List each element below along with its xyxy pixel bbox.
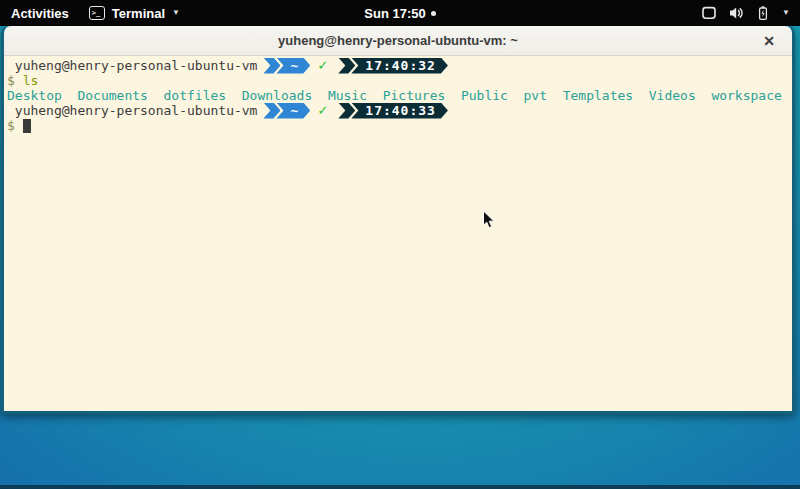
directory-entry: Pictures — [383, 88, 446, 103]
system-status-area[interactable]: ▼ — [701, 5, 800, 21]
display-icon — [701, 5, 717, 21]
input-line[interactable]: $ — [7, 118, 792, 133]
prompt-cwd: ~ — [276, 58, 310, 74]
directory-entry: dotfiles — [164, 88, 227, 103]
powerline-arrow-icon — [263, 103, 280, 119]
prompt-time: 17:40:33 — [351, 103, 448, 119]
powerline-arrow-icon — [263, 58, 280, 74]
app-menu-label: Terminal — [112, 6, 165, 21]
prompt-cwd: ~ — [276, 103, 310, 119]
app-menu-terminal[interactable]: >_ Terminal ▼ — [89, 6, 180, 21]
ls-output-line: DesktopDocumentsdotfilesDownloadsMusicPi… — [7, 88, 792, 103]
directory-entry: Public — [461, 88, 508, 103]
activities-button[interactable]: Activities — [9, 6, 71, 21]
prompt-user-host: yuheng@henry-personal-ubuntu-vm — [15, 103, 258, 118]
terminal-window: yuheng@henry-personal-ubuntu-vm: ~ ✕ yuh… — [1, 26, 795, 414]
screen-bottom-edge — [0, 485, 800, 489]
powerline-arrow-icon — [338, 103, 355, 119]
mouse-cursor-icon — [482, 210, 495, 234]
terminal-app-icon: >_ — [89, 6, 105, 20]
status-check-icon: ✓ — [318, 58, 327, 73]
prompt-symbol: $ — [7, 73, 15, 88]
prompt-time: 17:40:32 — [351, 58, 448, 74]
close-button[interactable]: ✕ — [756, 26, 782, 56]
prompt-symbol: $ — [7, 118, 15, 133]
directory-entry: Videos — [649, 88, 696, 103]
chevron-down-icon: ▼ — [782, 9, 790, 17]
top-bar-left: Activities >_ Terminal ▼ — [0, 6, 180, 21]
top-bar: Activities >_ Terminal ▼ Sun 17:50 — [0, 0, 800, 26]
command-line: $ ls — [7, 73, 792, 88]
prompt-line-2: yuheng@henry-personal-ubuntu-vm ~ ✓ 17:4… — [7, 103, 792, 118]
prompt-user-host: yuheng@henry-personal-ubuntu-vm — [15, 58, 258, 73]
prompt-line-1: yuheng@henry-personal-ubuntu-vm ~ ✓ 17:4… — [7, 58, 792, 73]
chevron-down-icon: ▼ — [172, 9, 180, 17]
prompt-time-segment: 17:40:33 — [338, 103, 448, 119]
terminal-content[interactable]: yuheng@henry-personal-ubuntu-vm ~ ✓ 17:4… — [4, 56, 792, 411]
notification-dot-icon — [431, 11, 436, 16]
directory-entry: Templates — [563, 88, 633, 103]
status-check-icon: ✓ — [318, 103, 327, 118]
battery-charging-icon — [755, 5, 771, 21]
clock-label: Sun 17:50 — [364, 6, 425, 21]
prompt-cwd-segment: ~ — [263, 58, 310, 74]
directory-entry: workspace — [711, 88, 781, 103]
window-title: yuheng@henry-personal-ubuntu-vm: ~ — [278, 33, 518, 48]
directory-entry: Downloads — [242, 88, 312, 103]
prompt-time-segment: 17:40:32 — [338, 58, 448, 74]
volume-icon — [728, 5, 744, 21]
powerline-arrow-icon — [338, 58, 355, 74]
prompt-cwd-segment: ~ — [263, 103, 310, 119]
window-titlebar[interactable]: yuheng@henry-personal-ubuntu-vm: ~ ✕ — [4, 26, 792, 56]
directory-entry: Documents — [77, 88, 147, 103]
directory-entry: Music — [328, 88, 367, 103]
command-text: ls — [15, 73, 38, 88]
terminal-cursor — [23, 119, 31, 133]
directory-entry: pvt — [524, 88, 547, 103]
directory-entry: Desktop — [7, 88, 62, 103]
